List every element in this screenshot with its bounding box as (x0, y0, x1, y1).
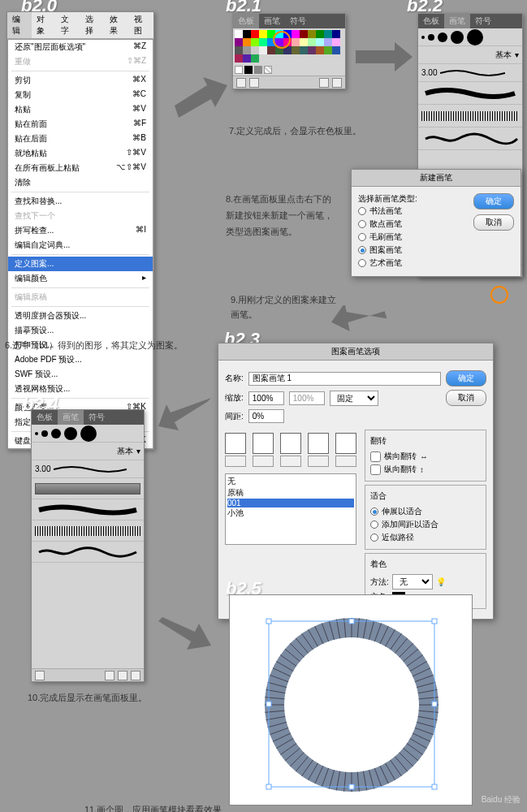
menu-paste[interactable]: 粘贴⌘V (8, 102, 153, 117)
swatch[interactable] (259, 30, 267, 38)
flip-h[interactable] (370, 451, 381, 462)
brush-type-radio[interactable] (358, 207, 366, 215)
menu-select[interactable]: 选择 (80, 12, 105, 38)
tile-row[interactable] (225, 433, 356, 467)
menu-find[interactable]: 查找和替换... (8, 194, 153, 209)
menu-define-pattern[interactable]: 定义图案... (8, 257, 153, 271)
swatch[interactable] (332, 46, 340, 54)
brush-row[interactable]: 3.00 (418, 64, 522, 82)
menu-clear[interactable]: 清除 (8, 175, 153, 190)
tab-brushes[interactable]: 画笔 (259, 14, 285, 28)
menu-paste-back[interactable]: 贴在后面⌘B (8, 132, 153, 146)
swatch[interactable] (300, 38, 308, 46)
swatch[interactable] (332, 38, 340, 46)
brush-row[interactable]: 3.00 (32, 460, 144, 478)
swatch[interactable] (235, 54, 243, 63)
swatch[interactable] (235, 30, 243, 38)
menu-dict[interactable]: 编辑自定词典... (8, 238, 153, 253)
swatch[interactable] (332, 30, 340, 38)
cancel-button[interactable]: 取消 (473, 214, 514, 231)
menu-paste-all[interactable]: 在所有画板上粘贴⌥⇧⌘V (8, 161, 153, 175)
swatch[interactable] (308, 38, 316, 46)
tab-brushes[interactable]: 画笔 (444, 14, 470, 28)
brush-row[interactable] (418, 28, 522, 46)
brush-row[interactable] (418, 82, 522, 105)
fit-space[interactable] (370, 520, 378, 529)
tab-swatches[interactable]: 色板 (418, 14, 444, 28)
name-input[interactable] (248, 372, 441, 386)
brush-type-radio[interactable] (358, 233, 366, 241)
menu-pdf[interactable]: Adobe PDF 预设... (8, 352, 153, 367)
menu-spell[interactable]: 拼写检查...⌘I (8, 223, 153, 238)
new-pattern-swatch[interactable] (264, 66, 272, 74)
brush-type-radio[interactable] (358, 259, 366, 267)
swatch[interactable] (292, 46, 300, 54)
swatch[interactable] (324, 46, 332, 54)
swatch[interactable] (308, 46, 316, 54)
scale-mode[interactable]: 固定 (330, 391, 378, 406)
swatch[interactable] (300, 46, 308, 54)
tab-symbols[interactable]: 符号 (285, 14, 311, 28)
scale-input[interactable] (248, 391, 284, 405)
swatch[interactable] (316, 46, 324, 54)
swatch[interactable] (235, 38, 243, 46)
tab-symbols[interactable]: 符号 (470, 14, 496, 28)
menu-effect[interactable]: 效果 (105, 12, 129, 38)
swatch[interactable] (243, 54, 251, 63)
swatch[interactable] (259, 38, 267, 46)
menu-undo[interactable]: 还原"图层面板选项"⌘Z (8, 40, 153, 54)
swatch[interactable] (316, 30, 324, 38)
swatch[interactable] (251, 46, 259, 54)
pattern-list[interactable]: 无 原稿 001 小池 (225, 473, 356, 545)
swatch[interactable] (243, 38, 251, 46)
brush-row[interactable] (32, 499, 144, 520)
swatch[interactable] (251, 38, 259, 46)
swatch[interactable] (243, 30, 251, 38)
method-select[interactable]: 无 (392, 574, 433, 590)
menu-swf[interactable]: SWF 预设... (8, 367, 153, 382)
spacing-input[interactable] (248, 409, 284, 423)
menu-paste-front[interactable]: 贴在前面⌘F (8, 117, 153, 132)
menu-cut[interactable]: 剪切⌘X (8, 73, 153, 88)
swatch[interactable] (292, 30, 300, 38)
swatch[interactable] (251, 54, 259, 63)
swatch[interactable] (300, 30, 308, 38)
brush-row[interactable] (418, 105, 522, 127)
menu-paste-inplace[interactable]: 就地粘贴⇧⌘V (8, 146, 153, 161)
menu-copy[interactable]: 复制⌘C (8, 88, 153, 102)
brush-row[interactable] (32, 520, 144, 542)
ok-button[interactable]: 确定 (446, 370, 486, 387)
brush-row[interactable] (418, 127, 522, 150)
brush-row[interactable] (32, 542, 144, 563)
brush-type-radio[interactable] (358, 220, 366, 228)
swatch[interactable] (259, 46, 267, 54)
swatch[interactable] (308, 30, 316, 38)
swatch[interactable] (267, 46, 275, 54)
brush-type-radio[interactable] (358, 246, 366, 254)
menu-edit-colors[interactable]: 编辑颜色▸ (8, 271, 153, 286)
flip-v[interactable] (370, 464, 381, 475)
swatch[interactable] (243, 46, 251, 54)
tab-swatches[interactable]: 色板 (233, 14, 259, 28)
swatch[interactable] (324, 30, 332, 38)
swatch[interactable] (251, 30, 259, 38)
tab-symbols[interactable]: 符号 (84, 410, 110, 425)
menu-view[interactable]: 视图 (129, 12, 153, 38)
swatch[interactable] (292, 38, 300, 46)
fit-approx[interactable] (370, 533, 378, 542)
swatch[interactable] (324, 38, 332, 46)
swatch[interactable] (235, 46, 243, 54)
cancel-button[interactable]: 取消 (446, 390, 486, 406)
menu-edit[interactable]: 编辑 (7, 12, 32, 38)
menu-object[interactable]: 对象 (32, 12, 56, 38)
tab-brushes[interactable]: 画笔 (58, 410, 84, 425)
brush-row[interactable] (32, 425, 144, 443)
ok-button[interactable]: 确定 (473, 193, 514, 209)
menu-tracing[interactable]: 描摹预设... (8, 323, 153, 338)
menu-text[interactable]: 文字 (56, 12, 80, 38)
tab-swatches[interactable]: 色板 (32, 410, 58, 425)
fit-stretch[interactable] (370, 508, 378, 516)
brush-row[interactable] (32, 478, 144, 499)
menu-trans[interactable]: 透明度拼合器预设... (8, 309, 153, 323)
swatch[interactable] (316, 38, 324, 46)
